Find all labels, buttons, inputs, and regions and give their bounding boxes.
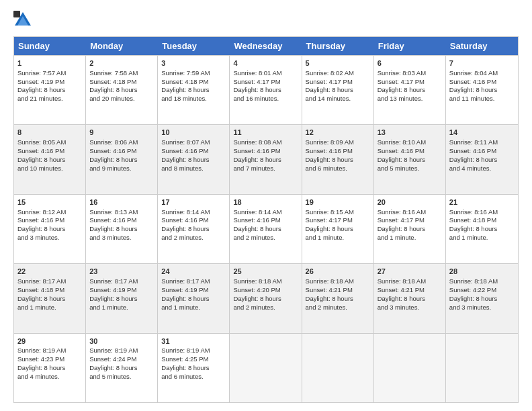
day-number: 9	[89, 128, 154, 138]
day-info-line: and 3 minutes.	[17, 234, 59, 241]
day-info-line: Sunrise: 8:13 AM	[89, 208, 138, 216]
calendar-cell: 1Sunrise: 7:57 AMSunset: 4:19 PMDaylight…	[14, 56, 86, 124]
day-info-line: and 1 minute.	[378, 234, 416, 241]
calendar-cell	[446, 334, 518, 402]
day-info-line: and 8 minutes.	[161, 165, 203, 172]
logo-icon	[13, 11, 32, 30]
day-info-line: Sunset: 4:16 PM	[89, 216, 136, 224]
day-info-line: and 2 minutes.	[306, 304, 347, 311]
day-number: 3	[161, 58, 226, 68]
day-info-line: Sunset: 4:16 PM	[161, 216, 208, 224]
day-info-line: and 2 minutes.	[233, 304, 275, 311]
day-info-line: Daylight: 8 hours	[233, 86, 281, 93]
day-info-line: and 7 minutes.	[233, 165, 275, 172]
calendar-cell	[230, 334, 302, 402]
day-info-line: Sunset: 4:16 PM	[449, 78, 496, 85]
day-info-line: Daylight: 8 hours	[161, 364, 209, 371]
calendar-cell: 27Sunrise: 8:18 AMSunset: 4:21 PMDayligh…	[374, 264, 446, 332]
calendar-cell: 17Sunrise: 8:14 AMSunset: 4:16 PMDayligh…	[158, 195, 230, 263]
day-info-line: and 16 minutes.	[233, 95, 279, 102]
day-number: 11	[233, 128, 298, 138]
day-info-line: Sunrise: 8:01 AM	[233, 69, 281, 77]
day-info-line: Sunset: 4:17 PM	[378, 78, 425, 85]
day-info-line: and 4 minutes.	[449, 165, 491, 172]
day-info-line: Sunset: 4:16 PM	[378, 147, 425, 154]
calendar-cell: 10Sunrise: 8:07 AMSunset: 4:16 PMDayligh…	[158, 125, 230, 193]
calendar-cell: 25Sunrise: 8:18 AMSunset: 4:20 PMDayligh…	[230, 264, 302, 332]
day-info-line: Daylight: 8 hours	[378, 156, 425, 163]
day-info-line: Daylight: 8 hours	[17, 225, 65, 232]
day-info-line: Sunrise: 8:02 AM	[306, 69, 354, 77]
calendar-cell: 22Sunrise: 8:17 AMSunset: 4:18 PMDayligh…	[14, 264, 86, 332]
calendar-header: SundayMondayTuesdayWednesdayThursdayFrid…	[14, 37, 518, 55]
day-info-line: Daylight: 8 hours	[233, 225, 281, 232]
day-info-line: Sunrise: 8:09 AM	[306, 138, 354, 146]
day-info-line: Sunrise: 8:19 AM	[89, 347, 138, 354]
calendar-cell: 9Sunrise: 8:06 AMSunset: 4:16 PMDaylight…	[86, 125, 158, 193]
day-info-line: and 6 minutes.	[306, 165, 347, 172]
day-info-line: Sunset: 4:18 PM	[161, 78, 208, 85]
day-number: 12	[306, 128, 370, 138]
day-info-line: Daylight: 8 hours	[17, 364, 65, 371]
day-info-line: Sunrise: 7:57 AM	[17, 69, 66, 77]
day-number: 8	[17, 128, 82, 138]
day-info-line: Daylight: 8 hours	[233, 156, 281, 163]
calendar-cell	[302, 334, 374, 402]
day-info-line: Daylight: 8 hours	[306, 156, 353, 163]
day-info-line: Sunset: 4:16 PM	[17, 147, 64, 154]
day-info-line: and 3 minutes.	[89, 234, 131, 241]
day-info-line: Sunrise: 8:17 AM	[161, 277, 210, 285]
logo	[13, 11, 35, 30]
day-info-line: Daylight: 8 hours	[378, 86, 425, 93]
header-cell-thursday: Thursday	[302, 37, 374, 55]
page: SundayMondayTuesdayWednesdayThursdayFrid…	[0, 0, 532, 411]
day-info-line: Sunrise: 8:17 AM	[17, 277, 66, 285]
day-info-line: Daylight: 8 hours	[306, 225, 353, 232]
day-info-line: Sunset: 4:19 PM	[17, 78, 64, 85]
day-number: 6	[378, 58, 442, 68]
day-info-line: Sunset: 4:19 PM	[89, 286, 136, 293]
day-info-line: Sunrise: 8:16 AM	[449, 208, 498, 216]
calendar-row: 8Sunrise: 8:05 AMSunset: 4:16 PMDaylight…	[14, 124, 518, 193]
day-info-line: and 11 minutes.	[449, 95, 495, 102]
day-number: 28	[449, 267, 515, 277]
day-number: 15	[17, 197, 82, 208]
day-info-line: Daylight: 8 hours	[306, 86, 353, 93]
day-info-line: Daylight: 8 hours	[449, 225, 497, 232]
day-info-line: Daylight: 8 hours	[378, 295, 425, 302]
day-number: 18	[233, 197, 298, 208]
day-info-line: Sunset: 4:18 PM	[89, 78, 136, 85]
day-info-line: Sunrise: 8:03 AM	[378, 69, 426, 77]
day-number: 2	[89, 58, 154, 68]
day-info-line: Daylight: 8 hours	[449, 295, 497, 302]
calendar-cell: 14Sunrise: 8:11 AMSunset: 4:16 PMDayligh…	[446, 125, 518, 193]
day-info-line: Sunrise: 8:06 AM	[89, 138, 138, 146]
day-info-line: Daylight: 8 hours	[17, 86, 65, 93]
day-info-line: Daylight: 8 hours	[306, 295, 353, 302]
day-number: 27	[378, 267, 442, 277]
day-info-line: Daylight: 8 hours	[161, 156, 209, 163]
day-number: 13	[378, 128, 442, 138]
header-cell-tuesday: Tuesday	[158, 37, 230, 55]
calendar-row: 1Sunrise: 7:57 AMSunset: 4:19 PMDaylight…	[14, 55, 518, 124]
day-info-line: Sunrise: 8:04 AM	[449, 69, 498, 77]
day-info-line: Sunrise: 8:18 AM	[233, 277, 281, 285]
day-info-line: Sunrise: 8:17 AM	[89, 277, 138, 285]
day-info-line: Sunrise: 8:18 AM	[449, 277, 498, 285]
day-info-line: Sunset: 4:24 PM	[89, 355, 136, 363]
calendar-cell: 20Sunrise: 8:16 AMSunset: 4:17 PMDayligh…	[374, 195, 446, 263]
header-cell-friday: Friday	[374, 37, 446, 55]
day-number: 10	[161, 128, 226, 138]
day-info-line: Sunset: 4:21 PM	[306, 286, 353, 293]
calendar-cell: 24Sunrise: 8:17 AMSunset: 4:19 PMDayligh…	[158, 264, 230, 332]
calendar-cell: 28Sunrise: 8:18 AMSunset: 4:22 PMDayligh…	[446, 264, 518, 332]
day-info-line: and 14 minutes.	[306, 95, 351, 102]
calendar-cell: 19Sunrise: 8:15 AMSunset: 4:17 PMDayligh…	[302, 195, 374, 263]
header-cell-monday: Monday	[86, 37, 158, 55]
calendar-cell: 7Sunrise: 8:04 AMSunset: 4:16 PMDaylight…	[446, 56, 518, 124]
day-info-line: and 1 minute.	[306, 234, 345, 241]
day-info-line: Sunset: 4:16 PM	[449, 147, 496, 154]
day-info-line: Daylight: 8 hours	[89, 86, 137, 93]
svg-rect-2	[13, 11, 20, 17]
calendar-cell: 8Sunrise: 8:05 AMSunset: 4:16 PMDaylight…	[14, 125, 86, 193]
